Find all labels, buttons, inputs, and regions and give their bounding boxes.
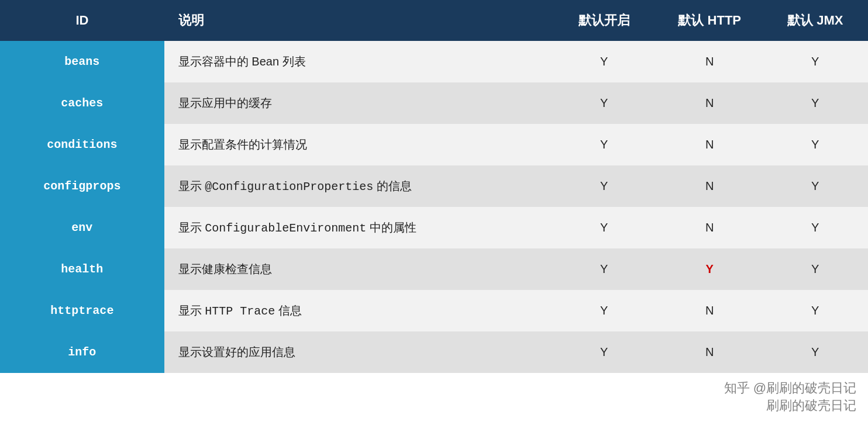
row-id-cell: health: [0, 248, 164, 290]
row-default-on-cell: Y: [552, 248, 657, 290]
row-default-jmx-cell: Y: [763, 124, 869, 165]
table-row: env显示 ConfigurableEnvironment 中的属性YNY: [0, 207, 868, 248]
row-desc-cell: 显示容器中的 Bean 列表: [164, 41, 552, 82]
row-desc-cell: 显示设置好的应用信息: [164, 331, 552, 373]
table-row: caches显示应用中的缓存YNY: [0, 82, 868, 124]
row-id-cell: beans: [0, 41, 164, 82]
row-id-cell: info: [0, 331, 164, 373]
row-default-on-cell: Y: [552, 124, 657, 165]
row-default-http-cell: N: [657, 290, 762, 331]
row-default-jmx-cell: Y: [763, 248, 869, 290]
row-desc-cell: 显示健康检查信息: [164, 248, 552, 290]
row-default-on-cell: Y: [552, 290, 657, 331]
table-row: httptrace显示 HTTP Trace 信息YNY: [0, 290, 868, 331]
table-row: health显示健康检查信息YYY: [0, 248, 868, 290]
row-default-http-cell: N: [657, 124, 762, 165]
col-id-header: ID: [0, 0, 164, 41]
row-desc-cell: 显示 ConfigurableEnvironment 中的属性: [164, 207, 552, 248]
row-default-jmx-cell: Y: [763, 331, 869, 373]
row-desc-cell: 显示 @ConfigurationProperties 的信息: [164, 165, 552, 207]
watermark-text: 知乎 @刷刷的破壳日记: [724, 379, 856, 397]
row-id-cell: configprops: [0, 165, 164, 207]
row-desc-cell: 显示 HTTP Trace 信息: [164, 290, 552, 331]
row-id-cell: caches: [0, 82, 164, 124]
table-row: info显示设置好的应用信息YNY: [0, 331, 868, 373]
row-default-on-cell: Y: [552, 165, 657, 207]
row-default-jmx-cell: Y: [763, 207, 869, 248]
row-default-http-cell: N: [657, 41, 762, 82]
table-row: configprops显示 @ConfigurationProperties 的…: [0, 165, 868, 207]
row-desc-cell: 显示配置条件的计算情况: [164, 124, 552, 165]
col-default-http-header: 默认 HTTP: [657, 0, 762, 41]
col-desc-header: 说明: [164, 0, 552, 41]
row-default-jmx-cell: Y: [763, 82, 869, 124]
row-default-http-cell: N: [657, 165, 762, 207]
row-default-on-cell: Y: [552, 82, 657, 124]
row-default-jmx-cell: Y: [763, 165, 869, 207]
row-id-cell: httptrace: [0, 290, 164, 331]
row-default-http-cell: N: [657, 331, 762, 373]
row-default-jmx-cell: Y: [763, 290, 869, 331]
row-default-on-cell: Y: [552, 331, 657, 373]
row-default-http-cell: N: [657, 82, 762, 124]
row-default-on-cell: Y: [552, 207, 657, 248]
watermark-text2: 刷刷的破壳日记: [766, 397, 856, 414]
main-table: ID 说明 默认开启 默认 HTTP 默认 JMX beans显示容器中的 Be…: [0, 0, 868, 373]
table-row: beans显示容器中的 Bean 列表YNY: [0, 41, 868, 82]
row-id-cell: env: [0, 207, 164, 248]
col-default-on-header: 默认开启: [552, 0, 657, 41]
table-header-row: ID 说明 默认开启 默认 HTTP 默认 JMX: [0, 0, 868, 41]
row-default-http-cell: Y: [657, 248, 762, 290]
row-default-jmx-cell: Y: [763, 41, 869, 82]
table-row: conditions显示配置条件的计算情况YNY: [0, 124, 868, 165]
row-default-on-cell: Y: [552, 41, 657, 82]
col-default-jmx-header: 默认 JMX: [763, 0, 869, 41]
row-default-http-cell: N: [657, 207, 762, 248]
row-id-cell: conditions: [0, 124, 164, 165]
row-desc-cell: 显示应用中的缓存: [164, 82, 552, 124]
